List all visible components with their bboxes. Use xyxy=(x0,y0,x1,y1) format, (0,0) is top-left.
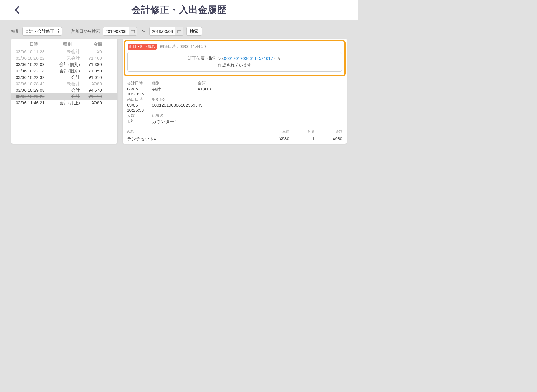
item-price: ¥980 xyxy=(261,136,289,142)
row-amount: ¥1,410 xyxy=(83,94,113,100)
row-type: 会計(個別) xyxy=(52,68,83,74)
page-title: 会計修正・入出金履歴 xyxy=(0,4,358,16)
detail-panel: 削除・訂正済み 削除日時：03/06 11:44:50 訂正伝票（取引No:00… xyxy=(123,39,347,144)
row-date: 03/06 10:22:03 xyxy=(16,62,52,68)
calendar-icon[interactable] xyxy=(175,27,183,35)
row-type: 未会計 xyxy=(52,55,83,61)
notice-post: ）が xyxy=(273,56,281,61)
row-date: 03/06 10:29:08 xyxy=(16,88,52,93)
value-trans-no: 00012019030610255​9949 xyxy=(152,103,342,108)
row-amount: ¥980 xyxy=(83,81,113,87)
row-date: 03/06 10:22:32 xyxy=(16,75,52,81)
col-head-type: 種別 xyxy=(52,42,83,47)
history-row[interactable]: 03/06 10:29:08会計¥4,570 xyxy=(11,87,117,94)
items-head-price: 単価 xyxy=(261,129,289,134)
row-date: 03/06 11:46:21 xyxy=(16,100,52,106)
col-head-amount: 金額 xyxy=(83,42,113,47)
svg-rect-4 xyxy=(178,30,181,33)
back-button[interactable] xyxy=(14,5,22,13)
history-row[interactable]: 03/06 10:28:42未会計¥980 xyxy=(11,81,117,87)
items-header: 名称 単価 数量 金額 xyxy=(123,128,347,135)
row-date: 03/06 10:20:22 xyxy=(16,55,52,61)
correction-notice: 訂正伝票（取引No:00012019030611452​1617）が 作成されて… xyxy=(127,52,342,72)
history-list-panel: 日時 種別 金額 03/06 10:11:28未会計¥003/06 10:20:… xyxy=(11,39,117,144)
svg-rect-0 xyxy=(131,30,135,33)
history-row[interactable]: 03/06 10:22:03会計(個別)¥1,380 xyxy=(11,62,117,68)
row-amount: ¥1,050 xyxy=(83,68,113,74)
date-from-input[interactable]: 2019/03/06 xyxy=(103,27,137,36)
notice-pre: 訂正伝票（取引No: xyxy=(188,56,224,61)
label-visit-date: 来店日時 xyxy=(127,97,151,102)
date-range-tilde: 〜 xyxy=(140,29,147,34)
chevron-left-icon xyxy=(14,5,20,15)
detail-fields: 会計日時 03/06 10:29:25 種別 会計 金額 ¥1,410 来店日時… xyxy=(123,79,347,128)
delete-time: 削除日時：03/06 11:44:50 xyxy=(160,44,206,49)
date-to-value: 2019/03/06 xyxy=(150,29,175,34)
row-type: 会計 xyxy=(52,94,83,100)
label-amount: 金額 xyxy=(198,81,342,86)
item-qty: 1 xyxy=(289,136,314,142)
item-name: ランチセットA xyxy=(127,136,261,142)
type-select[interactable]: 会計・会計修正 ▲▼ xyxy=(22,27,62,36)
item-amount: ¥980 xyxy=(314,136,342,142)
row-amount: ¥0 xyxy=(83,49,113,55)
label-type: 種別 xyxy=(152,81,197,86)
type-label: 種別 xyxy=(11,29,20,34)
value-type: 会計 xyxy=(152,86,197,92)
label-trans-no: 取引No xyxy=(152,97,342,102)
label-slip-name: 伝票名 xyxy=(152,113,342,118)
correction-highlight: 削除・訂正済み 削除日時：03/06 11:44:50 訂正伝票（取引No:00… xyxy=(124,40,346,76)
row-amount: ¥1,010 xyxy=(83,75,113,81)
corrected-badge: 削除・訂正済み xyxy=(128,44,157,50)
history-row[interactable]: 03/06 11:46:21会計(訂正)¥980 xyxy=(11,100,117,106)
value-people: 1名 xyxy=(127,119,151,125)
history-row[interactable]: 03/06 10:29:25会計¥1,410 xyxy=(11,93,117,100)
items-head-name: 名称 xyxy=(127,129,261,134)
value-slip-name: カウンター4 xyxy=(152,119,342,125)
filter-bar: 種別 会計・会計修正 ▲▼ 営業日から検索 2019/03/06 〜 2019/… xyxy=(0,20,358,39)
value-kaikei-date: 03/06 10:29:25 xyxy=(127,86,151,96)
items-list: ランチセットA¥9801¥980 xyxy=(123,135,347,144)
list-header: 日時 種別 金額 xyxy=(11,39,117,49)
date-search-label: 営業日から検索 xyxy=(71,29,100,34)
row-type: 会計 xyxy=(52,88,83,93)
value-visit-date: 03/06 10:25:59 xyxy=(127,103,151,113)
label-kaikei-date: 会計日時 xyxy=(127,81,151,86)
label-people: 人数 xyxy=(127,113,151,118)
search-button[interactable]: 検索 xyxy=(186,27,202,36)
col-head-date: 日時 xyxy=(16,42,52,47)
row-date: 03/06 10:11:28 xyxy=(16,49,52,55)
items-head-qty: 数量 xyxy=(289,129,314,134)
item-row: ランチセットA¥9801¥980 xyxy=(123,135,347,144)
row-type: 未会計 xyxy=(52,49,83,55)
row-type: 未会計 xyxy=(52,81,83,87)
calendar-icon[interactable] xyxy=(129,27,137,35)
row-type: 会計(個別) xyxy=(52,62,83,68)
row-amount: ¥980 xyxy=(83,100,113,106)
date-from-value: 2019/03/06 xyxy=(103,29,129,34)
history-row[interactable]: 03/06 10:11:28未会計¥0 xyxy=(11,49,117,55)
header: 会計修正・入出金履歴 xyxy=(0,0,358,20)
type-select-value: 会計・会計修正 xyxy=(25,29,54,34)
row-amount: ¥1,380 xyxy=(83,62,113,68)
history-row[interactable]: 03/06 10:22:14会計(個別)¥1,050 xyxy=(11,68,117,74)
select-arrows-icon: ▲▼ xyxy=(57,29,60,33)
items-head-amount: 金額 xyxy=(314,129,342,134)
row-type: 会計 xyxy=(52,75,83,81)
correction-transaction-link[interactable]: 00012019030611452​1617 xyxy=(224,56,273,61)
row-amount: ¥4,570 xyxy=(83,88,113,93)
row-date: 03/06 10:29:25 xyxy=(16,94,52,100)
row-type: 会計(訂正) xyxy=(52,100,83,106)
value-amount: ¥1,410 xyxy=(198,86,342,91)
history-row[interactable]: 03/06 10:20:22未会計¥1,460 xyxy=(11,55,117,62)
row-date: 03/06 10:28:42 xyxy=(16,81,52,87)
date-to-input[interactable]: 2019/03/06 xyxy=(149,27,183,36)
history-row[interactable]: 03/06 10:22:32会計¥1,010 xyxy=(11,74,117,81)
row-date: 03/06 10:22:14 xyxy=(16,68,52,74)
history-list: 03/06 10:11:28未会計¥003/06 10:20:22未会計¥1,4… xyxy=(11,49,117,106)
notice-line2: 作成されています xyxy=(131,62,338,69)
row-amount: ¥1,460 xyxy=(83,55,113,61)
